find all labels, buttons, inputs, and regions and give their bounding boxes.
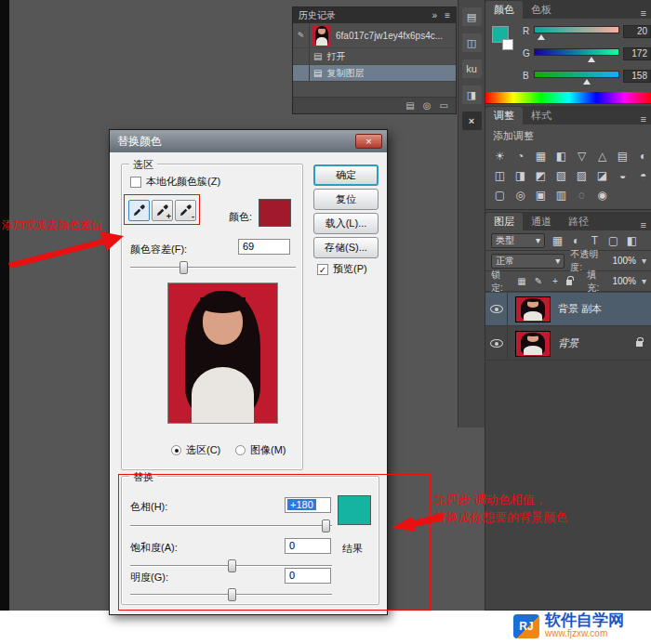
adjustment-icon[interactable]: ▢ (494, 189, 506, 202)
adjustment-icon[interactable]: ◓ (637, 169, 649, 182)
dialog-titlebar[interactable]: 替换颜色 × (110, 130, 387, 152)
adjustment-icon[interactable]: ▤ (617, 150, 629, 163)
lightness-slider-thumb[interactable] (228, 588, 236, 601)
reset-button[interactable]: 复位 (313, 189, 379, 210)
adjustment-icon[interactable]: ▧ (555, 169, 567, 182)
red-slider-thumb[interactable] (538, 34, 545, 40)
saturation-slider-thumb[interactable] (228, 559, 236, 572)
adjustment-icon[interactable]: ◎ (514, 189, 526, 202)
adjustment-icon[interactable]: △ (596, 150, 608, 163)
filter-shape-layers-icon[interactable]: ▢ (607, 234, 619, 247)
layer-name[interactable]: 背景 (558, 336, 578, 350)
blue-slider-thumb[interactable] (583, 79, 591, 85)
red-value-field[interactable]: 20 (623, 25, 651, 38)
tab-color[interactable]: 颜色 (485, 1, 523, 19)
panel-menu-icon[interactable]: ≡ (445, 7, 450, 23)
checkbox-box[interactable] (130, 177, 141, 188)
subtract-from-sample-eyedropper-button[interactable]: - (175, 200, 196, 221)
adjustment-icon[interactable]: ◫ (494, 169, 506, 182)
lock-transparency-icon[interactable]: ▦ (516, 276, 527, 286)
load-button[interactable]: 载入(L)... (313, 213, 379, 234)
dock-panel-icon-3[interactable]: ◨ (462, 85, 482, 104)
adjustment-icon[interactable]: ◉ (596, 189, 608, 202)
visibility-cell[interactable] (485, 293, 508, 325)
layer-row-background-copy[interactable]: 背景 副本 (485, 293, 651, 326)
ok-button[interactable]: 确定 (313, 164, 379, 186)
tab-channels[interactable]: 通道 (523, 213, 560, 230)
lock-all-icon[interactable] (566, 280, 572, 285)
tab-adjustments[interactable]: 调整 (485, 107, 523, 125)
color-spectrum-ramp[interactable] (485, 92, 651, 103)
eye-icon[interactable] (490, 339, 503, 348)
red-channel-slider[interactable] (534, 26, 619, 33)
lightness-slider[interactable] (130, 587, 332, 602)
history-brush-column[interactable] (293, 48, 310, 64)
history-step-open[interactable]: ▤ 打开 (293, 48, 456, 65)
adjustment-icon[interactable]: ◌ (576, 189, 588, 202)
fill-value[interactable]: 100% (612, 276, 636, 286)
visibility-cell[interactable] (485, 327, 508, 360)
blue-value-field[interactable]: 158 (623, 70, 651, 83)
add-to-sample-eyedropper-button[interactable]: + (152, 200, 173, 221)
radio-dot[interactable] (235, 445, 246, 455)
panel-menu-icon[interactable]: ≡ (641, 7, 651, 19)
lightness-value-field[interactable]: 0 (285, 568, 331, 584)
dock-close-icon[interactable]: × (462, 112, 482, 130)
green-value-field[interactable]: 172 (623, 47, 651, 60)
panel-menu-icon[interactable]: ≡ (641, 113, 651, 125)
dock-panel-icon-1[interactable]: ▤ (462, 7, 482, 26)
selection-radio[interactable]: 选区(C) (171, 443, 220, 457)
fuzziness-value-field[interactable]: 69 (238, 239, 290, 255)
lock-pixels-icon[interactable]: ✎ (533, 276, 544, 286)
layer-row-background[interactable]: 背景 (485, 327, 651, 361)
saturation-value-field[interactable]: 0 (285, 538, 331, 554)
adjustment-icon[interactable]: ◧ (555, 150, 567, 163)
new-document-from-state-icon[interactable]: ▤ (405, 100, 414, 111)
history-brush-column[interactable] (293, 65, 310, 81)
green-channel-slider[interactable] (534, 48, 619, 56)
result-color-swatch[interactable] (338, 495, 371, 525)
adjustment-icon[interactable]: ◨ (514, 169, 526, 182)
eyedropper-button[interactable] (128, 200, 150, 221)
history-snapshot-row[interactable]: ✎ 6fa017c7jw1ey4fx6ps4c... (293, 23, 456, 48)
selection-preview-image[interactable] (167, 283, 278, 424)
adjustment-icon[interactable]: ◐ (637, 150, 649, 163)
adjustment-icon[interactable]: ▦ (535, 150, 547, 163)
layer-filter-kind-dropdown[interactable]: 类型 ▾ (491, 233, 545, 248)
radio-dot[interactable] (171, 445, 181, 455)
filter-type-layers-icon[interactable]: T (589, 234, 601, 247)
delete-state-icon[interactable]: ▭ (440, 100, 448, 111)
adjustment-icon[interactable]: ▥ (555, 189, 567, 202)
chevron-down-icon[interactable]: ▾ (642, 256, 646, 266)
checkbox-box[interactable]: ✓ (317, 264, 328, 275)
new-snapshot-icon[interactable]: ◎ (423, 100, 432, 111)
preview-checkbox[interactable]: ✓ 预览(P) (317, 262, 367, 276)
eye-icon[interactable] (490, 305, 503, 313)
dock-kuler-panel-icon[interactable]: ku (462, 59, 482, 78)
hue-value-field[interactable]: +180 (285, 497, 331, 513)
save-button[interactable]: 存储(S)... (313, 237, 379, 258)
tab-swatches[interactable]: 色板 (523, 1, 560, 19)
filter-adjustment-layers-icon[interactable]: ◐ (570, 234, 582, 247)
adjustment-icon[interactable]: ▣ (535, 189, 547, 202)
layer-thumbnail[interactable] (515, 331, 551, 357)
adjustment-icon[interactable]: ◒ (617, 169, 629, 182)
blue-channel-slider[interactable] (534, 71, 619, 78)
panel-menu-icon[interactable]: ≡ (641, 219, 651, 230)
tab-layers[interactable]: 图层 (485, 213, 523, 230)
history-step-duplicate-layer[interactable]: ▤ 复制图层 (293, 65, 456, 82)
adjustment-icon[interactable]: ▽ (576, 150, 588, 163)
adjustment-icon[interactable]: ◪ (596, 169, 608, 182)
layer-thumbnail[interactable] (515, 296, 551, 322)
panel-collapse-icon[interactable]: » (432, 7, 438, 23)
dock-panel-icon-2[interactable]: ◫ (462, 33, 482, 52)
fuzziness-slider-thumb[interactable] (179, 261, 188, 274)
image-radio[interactable]: 图像(M) (235, 443, 286, 457)
history-brush-source-icon[interactable]: ✎ (293, 23, 310, 47)
adjustment-icon[interactable]: ◔ (514, 150, 526, 163)
filter-smart-objects-icon[interactable]: ◧ (626, 234, 638, 247)
opacity-value[interactable]: 100% (612, 256, 636, 266)
hue-slider-thumb[interactable] (322, 519, 330, 532)
adjustment-icon[interactable]: ☀ (494, 150, 506, 163)
hue-slider[interactable] (130, 519, 332, 533)
